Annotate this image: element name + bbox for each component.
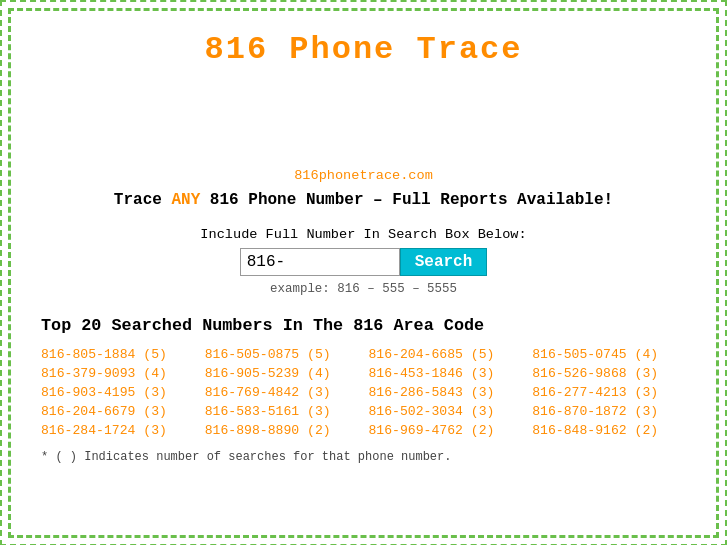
tagline-prefix: Trace: [114, 191, 172, 209]
phone-link[interactable]: 816-505-0875 (5): [205, 347, 359, 362]
phone-link[interactable]: 816-204-6679 (3): [41, 404, 195, 419]
search-button[interactable]: Search: [400, 248, 488, 276]
search-example: example: 816 – 555 – 5555: [41, 282, 686, 296]
search-input[interactable]: [240, 248, 400, 276]
phone-link[interactable]: 816-379-9093 (4): [41, 366, 195, 381]
search-label: Include Full Number In Search Box Below:: [41, 227, 686, 242]
tagline-suffix: 816 Phone Number – Full Reports Availabl…: [200, 191, 613, 209]
phone-link[interactable]: 816-583-5161 (3): [205, 404, 359, 419]
site-name: 816phonetrace.com: [41, 168, 686, 183]
search-row: Search: [41, 248, 686, 276]
phone-link[interactable]: 816-277-4213 (3): [532, 385, 686, 400]
phone-link[interactable]: 816-526-9868 (3): [532, 366, 686, 381]
phone-link[interactable]: 816-204-6685 (5): [369, 347, 523, 362]
phone-link[interactable]: 816-870-1872 (3): [532, 404, 686, 419]
phone-link[interactable]: 816-969-4762 (2): [369, 423, 523, 438]
phone-link[interactable]: 816-502-3034 (3): [369, 404, 523, 419]
phone-link[interactable]: 816-286-5843 (3): [369, 385, 523, 400]
page-title: 816 Phone Trace: [41, 31, 686, 68]
footnote: * ( ) Indicates number of searches for t…: [41, 450, 686, 464]
numbers-grid: 816-805-1884 (5)816-505-0875 (5)816-204-…: [41, 347, 686, 438]
tagline-any: ANY: [171, 191, 200, 209]
phone-link[interactable]: 816-769-4842 (3): [205, 385, 359, 400]
phone-link[interactable]: 816-505-0745 (4): [532, 347, 686, 362]
phone-link[interactable]: 816-905-5239 (4): [205, 366, 359, 381]
phone-link[interactable]: 816-805-1884 (5): [41, 347, 195, 362]
phone-link[interactable]: 816-903-4195 (3): [41, 385, 195, 400]
phone-link[interactable]: 816-898-8890 (2): [205, 423, 359, 438]
phone-link[interactable]: 816-284-1724 (3): [41, 423, 195, 438]
phone-link[interactable]: 816-453-1846 (3): [369, 366, 523, 381]
top-numbers-title: Top 20 Searched Numbers In The 816 Area …: [41, 316, 686, 335]
search-section: Include Full Number In Search Box Below:…: [41, 227, 686, 296]
phone-link[interactable]: 816-848-9162 (2): [532, 423, 686, 438]
tagline: Trace ANY 816 Phone Number – Full Report…: [41, 191, 686, 209]
